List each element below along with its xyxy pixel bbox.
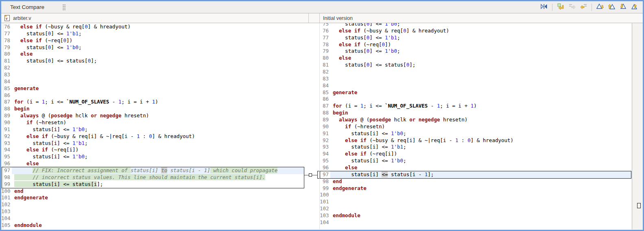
code-line[interactable]: 81 status[0] <= status[0]; <box>1 58 304 65</box>
code-line[interactable]: 96 else <box>320 164 632 171</box>
code-line[interactable]: 88begin <box>320 110 632 117</box>
code-line[interactable]: 91 status[i] <= 1'b0; <box>1 126 304 133</box>
code-line[interactable]: 100 <box>320 192 632 199</box>
code-line[interactable]: 84 <box>1 78 304 85</box>
code-text <box>330 69 632 76</box>
code-text: end <box>330 178 632 185</box>
code-line[interactable]: 96 else <box>1 160 304 167</box>
code-line[interactable]: 79 status[0] <= 1'b0; <box>320 48 632 55</box>
overview-ruler[interactable] <box>632 23 643 229</box>
label-gutter <box>309 13 320 23</box>
swap-left-right-button[interactable] <box>539 2 549 12</box>
copy-current-left-to-right-button[interactable] <box>567 2 577 12</box>
code-line[interactable]: 76 else if (~busy & req[0] & hreadyout) <box>320 28 632 35</box>
left-editor-pane[interactable]: 76 else if (~busy & req[0] & hreadyout)7… <box>1 23 304 229</box>
next-change-button[interactable] <box>618 2 628 12</box>
code-line[interactable]: 101endgenerate <box>1 194 304 201</box>
code-line[interactable]: 80 else <box>1 51 304 58</box>
code-line[interactable]: 99 status[i] <= status[i]; <box>1 181 304 188</box>
code-line[interactable]: 92 else if (~busy & req[i] & ~|req[i - 1… <box>1 133 304 140</box>
code-text: else <box>12 51 304 58</box>
code-line[interactable]: 95 status[i] <= 1'b0; <box>1 153 304 160</box>
line-number: 76 <box>320 28 330 35</box>
code-line[interactable]: 98 // incorrect status values. This line… <box>1 174 304 181</box>
code-line[interactable]: 102 <box>1 201 304 208</box>
code-line[interactable]: 75 status[0] <= 1'b0; <box>320 23 632 28</box>
line-number: 97 <box>320 171 330 178</box>
code-line[interactable]: 90 if (~hresetn) <box>320 123 632 130</box>
code-line[interactable]: 93 status[i] <= 1'b1; <box>320 144 632 151</box>
previous-change-button[interactable] <box>629 2 640 12</box>
code-text <box>330 219 632 226</box>
diff-connector-handle[interactable] <box>309 173 312 177</box>
code-line[interactable]: 81 status[0] <= status[0]; <box>320 62 632 69</box>
code-line[interactable]: 104 <box>320 219 632 226</box>
line-number: 91 <box>320 130 330 137</box>
code-line[interactable]: 83 <box>1 71 304 78</box>
code-line[interactable]: 99endgenerate <box>320 185 632 192</box>
code-line[interactable]: 104 <box>1 215 304 222</box>
code-text <box>330 199 632 205</box>
code-line[interactable]: 87for (i = 1; i <= `NUM_OF_SLAVES - 1; i… <box>320 103 632 110</box>
view-menu-handle-icon[interactable] <box>62 4 66 11</box>
diff-overview-marker[interactable] <box>637 203 641 208</box>
code-line[interactable]: 82 <box>320 69 632 76</box>
code-line[interactable]: 103endmodule <box>320 212 632 219</box>
code-line[interactable]: 93 status[i] <= 1'b1; <box>1 140 304 147</box>
code-line[interactable]: 97 // FIX: Incorrect assignment of statu… <box>1 167 304 174</box>
line-number: 95 <box>320 158 330 164</box>
code-line[interactable]: 77 status[0] <= 1'b1; <box>320 35 632 41</box>
code-text: status[i] <= status[i - 1]; <box>330 171 632 178</box>
code-line[interactable]: 78 else if (~req[0]) <box>320 41 632 48</box>
code-line[interactable]: 83 <box>320 76 632 82</box>
line-number: 85 <box>1 85 12 92</box>
code-line[interactable]: 95 status[i] <= 1'b0; <box>320 158 632 164</box>
code-line[interactable]: 78 else if (~req[0]) <box>1 37 304 44</box>
code-line[interactable]: 89 always @ (posedge hclk or negedge hre… <box>1 112 304 119</box>
code-line[interactable]: 91 status[i] <= 1'b0; <box>320 130 632 137</box>
right-pane-label: Initial version <box>320 13 643 23</box>
code-line[interactable]: 94 else if (~req[i]) <box>320 151 632 158</box>
code-line[interactable]: 94 else if (~req[i]) <box>1 147 304 153</box>
code-line[interactable]: 76 else if (~busy & req[0] & hreadyout) <box>1 24 304 30</box>
right-editor-pane[interactable]: 75 status[0] <= 1'b0;76 else if (~busy &… <box>319 23 632 229</box>
line-number: 95 <box>1 153 12 160</box>
code-line[interactable]: 101 <box>320 199 632 205</box>
previous-difference-button[interactable] <box>606 2 617 12</box>
copy-current-left-to-right-icon <box>569 3 576 11</box>
code-text: status[i] <= 1'b1; <box>12 140 304 147</box>
left-file-name: arbiter.v <box>13 15 31 21</box>
code-line[interactable]: 79 status[0] <= 1'b0; <box>1 44 304 51</box>
code-line[interactable]: 87for (i = 1; i <= `NUM_OF_SLAVES - 1; i… <box>1 99 304 106</box>
code-line[interactable]: 89 always @ (posedge hclk or negedge hre… <box>320 117 632 123</box>
code-line[interactable]: 80 else <box>320 55 632 62</box>
code-text: generate <box>330 89 632 96</box>
code-line[interactable]: 105endmodule <box>1 222 304 229</box>
line-number: 100 <box>320 192 330 199</box>
code-line[interactable]: 103 <box>1 208 304 215</box>
code-text: status[0] <= status[0]; <box>12 58 304 65</box>
code-line[interactable]: 85generate <box>320 89 632 96</box>
line-number: 100 <box>1 188 12 195</box>
code-line[interactable]: 90 if (~hresetn) <box>1 119 304 126</box>
code-line[interactable]: 88begin <box>1 106 304 112</box>
line-number: 78 <box>1 37 12 44</box>
next-difference-button[interactable] <box>595 2 605 12</box>
code-line[interactable]: 102 <box>320 205 632 212</box>
line-number: 82 <box>1 65 12 71</box>
code-line[interactable]: 92 else if (~busy & req[i] & ~|req[i - 1… <box>320 137 632 144</box>
code-line[interactable]: 84 <box>320 82 632 89</box>
code-line[interactable]: 100end <box>1 188 304 195</box>
code-text: else <box>330 164 632 171</box>
code-line[interactable]: 97 status[i] <= status[i - 1]; <box>320 171 632 178</box>
copy-current-right-to-left-button[interactable] <box>578 2 589 12</box>
code-line[interactable]: 82 <box>1 65 304 71</box>
code-line[interactable]: 77 status[0] <= 1'b1; <box>1 30 304 37</box>
code-line[interactable]: 85generate <box>1 85 304 92</box>
next-difference-icon <box>596 3 604 11</box>
copy-all-right-to-left-button[interactable] <box>555 2 566 12</box>
code-line[interactable]: 98end <box>320 178 632 185</box>
code-text <box>12 215 304 222</box>
code-line[interactable]: 86 <box>1 92 304 99</box>
code-line[interactable]: 86 <box>320 96 632 103</box>
